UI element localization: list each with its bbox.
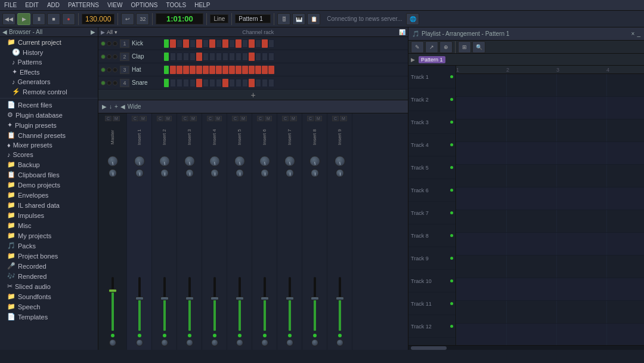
cr-pad[interactable] <box>262 39 268 48</box>
sidebar-nav-back[interactable]: ◀ <box>2 29 7 35</box>
mix-knob-pan[interactable] <box>261 169 269 177</box>
m-btn[interactable]: M <box>315 116 322 121</box>
mix-fader-handle[interactable] <box>286 297 294 300</box>
m-btn[interactable]: M <box>240 116 247 121</box>
play-button[interactable]: ▶ <box>17 13 30 25</box>
cr-pad[interactable] <box>262 79 268 87</box>
sidebar-item-current-project[interactable]: 📁 Current project <box>0 37 98 47</box>
cr-solo-snare[interactable] <box>113 81 117 85</box>
mixer-prev-icon[interactable]: ◀ <box>120 103 125 110</box>
pl-grid-row-10[interactable] <box>456 301 644 324</box>
m-btn[interactable]: M <box>215 116 222 121</box>
playlist-hscrollbar[interactable] <box>408 345 644 350</box>
mix-fader-handle[interactable] <box>109 289 117 293</box>
cr-mute-clap[interactable] <box>107 54 112 59</box>
cr-solo-clap[interactable] <box>113 54 117 59</box>
cr-pad[interactable] <box>196 53 202 61</box>
mix-knob-pan[interactable] <box>311 169 319 177</box>
mix-knob-vol[interactable] <box>335 156 345 167</box>
cr-dropdown[interactable]: All ▾ <box>107 29 117 35</box>
mix-knob-pan[interactable] <box>336 169 344 177</box>
sidebar-item-il-shared[interactable]: 📁 IL shared data <box>0 200 98 210</box>
sidebar-item-templates[interactable]: 📄 Templates <box>0 312 98 322</box>
cr-pad[interactable] <box>183 39 189 48</box>
cr-pad[interactable] <box>255 79 261 87</box>
menu-add[interactable]: ADD <box>45 2 61 8</box>
sidebar-item-recent-files[interactable]: 📄 Recent files <box>0 100 98 110</box>
cr-pad[interactable] <box>203 53 209 61</box>
cr-pad[interactable] <box>268 39 274 48</box>
c-btn[interactable]: C <box>332 116 339 121</box>
mixer-channel-8[interactable]: C M Insert 8 <box>302 113 327 350</box>
m-btn[interactable]: M <box>140 116 147 121</box>
c-btn[interactable]: C <box>132 116 138 121</box>
mixer-channel-9[interactable]: C M Insert 9 <box>327 113 352 350</box>
mix-knob-send[interactable] <box>336 339 343 346</box>
cr-led-kick[interactable] <box>101 41 106 46</box>
cr-pad[interactable] <box>242 39 248 48</box>
cr-pad[interactable] <box>222 66 228 74</box>
loop-button[interactable]: ↩ <box>121 13 134 25</box>
mixer-btn[interactable]: 🎛 <box>277 13 290 25</box>
cr-pad[interactable] <box>196 79 202 87</box>
mix-knob-vol[interactable] <box>259 156 270 167</box>
pl-min-icon[interactable]: _ <box>637 30 640 37</box>
cr-pad[interactable] <box>183 53 189 61</box>
pl-zoom-btn[interactable]: 🔍 <box>472 41 485 53</box>
menu-tools[interactable]: TOOLS <box>164 2 188 8</box>
cr-mute-hat[interactable] <box>107 67 112 72</box>
cr-pad[interactable] <box>229 66 235 74</box>
mix-knob-pan[interactable] <box>109 169 117 177</box>
pause-button[interactable]: ⏸ <box>32 13 45 25</box>
sidebar-item-envelopes[interactable]: 📁 Envelopes <box>0 190 98 200</box>
mix-knob-pan[interactable] <box>185 169 194 177</box>
pattern-display[interactable]: Pattern 1 <box>235 14 271 23</box>
cr-pad[interactable] <box>216 79 222 87</box>
cr-pad[interactable] <box>177 39 182 48</box>
record-button[interactable]: ● <box>62 13 75 25</box>
sidebar-item-history[interactable]: 🕐 History <box>0 47 98 57</box>
cr-pad[interactable] <box>170 66 176 74</box>
sidebar-item-speech[interactable]: 📁 Speech <box>0 302 98 312</box>
menu-patterns[interactable]: PATTERNS <box>66 2 101 8</box>
menu-help[interactable]: HELP <box>193 2 212 8</box>
pl-grid-row-0[interactable] <box>456 74 644 97</box>
cr-pad[interactable] <box>183 79 189 87</box>
sidebar-item-rendered[interactable]: 🎶 Rendered <box>0 271 98 281</box>
sidebar-item-recorded[interactable]: 🎤 Recorded <box>0 261 98 271</box>
cr-pad[interactable] <box>242 79 248 87</box>
cr-pad[interactable] <box>262 53 268 61</box>
pl-grid-row-3[interactable] <box>456 142 644 165</box>
pl-grid-row-7[interactable] <box>456 233 644 256</box>
cr-pad[interactable] <box>268 53 274 61</box>
playlist-grid[interactable] <box>456 74 644 345</box>
playlist-scroll-nub[interactable] <box>411 346 447 350</box>
bpm-display[interactable]: 130.000 <box>82 14 114 24</box>
mixer-channel-5[interactable]: C M Insert 5 <box>227 113 252 350</box>
c-btn[interactable]: C <box>207 116 213 121</box>
sidebar-item-sliced-audio[interactable]: ✂ Sliced audio <box>0 281 98 291</box>
cr-pad[interactable] <box>255 66 261 74</box>
cr-pad[interactable] <box>170 39 176 48</box>
pl-grid-row-4[interactable] <box>456 165 644 187</box>
mix-knob-pan[interactable] <box>135 169 144 177</box>
cr-pad[interactable] <box>183 66 189 74</box>
cr-pad[interactable] <box>222 39 228 48</box>
sidebar-item-mixer-presets[interactable]: ♦ Mixer presets <box>0 140 98 150</box>
cr-pad[interactable] <box>177 66 182 74</box>
mixer-channel-3[interactable]: C M Insert 3 <box>177 113 202 350</box>
mix-knob-vol[interactable] <box>209 156 220 167</box>
pl-grid-row-8[interactable] <box>456 256 644 278</box>
cr-led-hat[interactable] <box>101 67 106 72</box>
pl-track-label-9[interactable]: Track 10 <box>408 270 456 293</box>
mix-knob-send[interactable] <box>211 339 218 346</box>
mix-knob-vol[interactable] <box>284 156 295 167</box>
mix-knob-vol[interactable] <box>309 156 320 167</box>
cr-pad[interactable] <box>262 66 268 74</box>
mix-knob-pan[interactable] <box>236 169 244 177</box>
cr-pad[interactable] <box>196 66 202 74</box>
cr-pad[interactable] <box>236 79 242 87</box>
cr-led-snare[interactable] <box>101 81 106 85</box>
cr-pad[interactable] <box>190 66 196 74</box>
cr-pad[interactable] <box>209 53 215 61</box>
